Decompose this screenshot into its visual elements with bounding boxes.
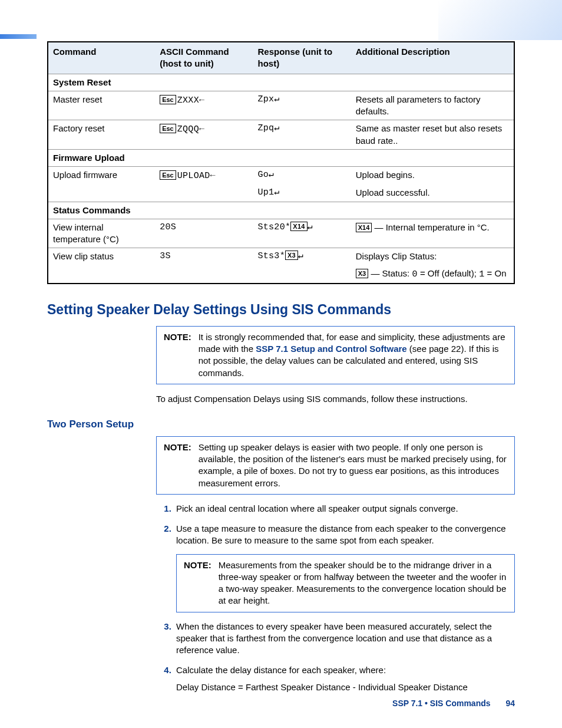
ascii-text: ZQQQ← bbox=[177, 124, 205, 134]
col-command: Command bbox=[48, 42, 155, 74]
cell-resp: Sts20*X14↵ bbox=[253, 219, 351, 248]
cell-cmd: Master reset bbox=[48, 91, 155, 120]
note-label: NOTE: bbox=[164, 442, 191, 489]
intro-text: To adjust Compensation Delays using SIS … bbox=[156, 393, 515, 405]
row-master-reset: Master reset EscZXXX← Zpx↵ Resets all pa… bbox=[48, 91, 514, 120]
subheading-two-person: Two Person Setup bbox=[47, 418, 515, 431]
esc-icon: Esc bbox=[160, 124, 176, 133]
cell-desc: Displays Clip Status: bbox=[351, 248, 514, 265]
table-header-row: Command ASCII Command (host to unit) Res… bbox=[48, 42, 514, 74]
xvar-badge: X14 bbox=[356, 223, 372, 232]
note-two-person: NOTE: Setting up speaker delays is easie… bbox=[156, 436, 515, 495]
section-label: System Reset bbox=[48, 74, 514, 91]
xvar-badge: X3 bbox=[285, 251, 298, 260]
xvar-badge: X14 bbox=[290, 222, 307, 231]
row-upload-firmware-2: Up1↵ Upload successful. bbox=[48, 185, 514, 202]
cell-cmd: Factory reset bbox=[48, 120, 155, 150]
page-content: Command ASCII Command (host to unit) Res… bbox=[0, 41, 562, 693]
corner-gradient bbox=[438, 0, 562, 40]
esc-icon: Esc bbox=[160, 95, 176, 104]
cell-resp: Sts3*X3↵ bbox=[253, 248, 351, 265]
row-view-clip-1: View clip status 3S Sts3*X3↵ Displays Cl… bbox=[48, 248, 514, 265]
note-body: It is strongly recommended that, for eas… bbox=[199, 331, 507, 379]
step-2: Use a tape measure to measure the distan… bbox=[174, 523, 515, 612]
cell-cmd: View clip status bbox=[48, 248, 155, 265]
col-ascii: ASCII Command (host to unit) bbox=[155, 42, 253, 74]
footer-title: SSP 7.1 • SIS Commands bbox=[392, 699, 490, 708]
heading-speaker-delay: Setting Speaker Delay Settings Using SIS… bbox=[47, 301, 515, 319]
cell-resp: Up1↵ bbox=[253, 185, 351, 202]
page-footer: SSP 7.1 • SIS Commands 94 bbox=[47, 698, 515, 709]
cell-resp: Zpq↵ bbox=[253, 120, 351, 150]
accent-bar bbox=[0, 34, 37, 39]
cell-desc: X14 — Internal temperature in °C. bbox=[351, 219, 514, 248]
link-setup-software[interactable]: SSP 7.1 Setup and Control Software bbox=[256, 344, 406, 354]
cell-ascii: 3S bbox=[155, 248, 253, 265]
note-measurement: NOTE: Measurements from the speaker shou… bbox=[176, 554, 515, 612]
section-status-commands: Status Commands bbox=[48, 202, 514, 219]
cell-cmd: Upload firmware bbox=[48, 167, 155, 185]
row-view-clip-2: X3 — Status: 0 = Off (default); 1 = On bbox=[48, 265, 514, 284]
cell-cmd bbox=[48, 265, 155, 284]
xvar-badge: X3 bbox=[356, 269, 368, 278]
cell-ascii bbox=[155, 185, 253, 202]
steps-list: Pick an ideal central location where all… bbox=[156, 503, 515, 693]
note-label: NOTE: bbox=[184, 559, 211, 607]
note-body: Setting up speaker delays is easier with… bbox=[199, 442, 507, 489]
cell-resp: Zpx↵ bbox=[253, 91, 351, 120]
cell-cmd: View internal temperature (°C) bbox=[48, 219, 155, 248]
cell-ascii bbox=[155, 265, 253, 284]
cell-desc: Upload begins. bbox=[351, 167, 514, 185]
cell-resp: Go↵ bbox=[253, 167, 351, 185]
step-1: Pick an ideal central location where all… bbox=[174, 503, 515, 515]
cell-desc: Same as master reset but also resets bau… bbox=[351, 120, 514, 150]
step-4: Calculate the delay distance for each sp… bbox=[174, 664, 515, 693]
step-3: When the distances to every speaker have… bbox=[174, 621, 515, 657]
cell-cmd bbox=[48, 185, 155, 202]
section-label: Status Commands bbox=[48, 202, 514, 219]
row-upload-firmware-1: Upload firmware EscUPLOAD← Go↵ Upload be… bbox=[48, 167, 514, 185]
cell-ascii: EscZQQQ← bbox=[155, 120, 253, 150]
delay-equation: Delay Distance = Farthest Speaker Distan… bbox=[176, 681, 515, 693]
ascii-text: UPLOAD← bbox=[177, 171, 216, 181]
cell-ascii: EscUPLOAD← bbox=[155, 167, 253, 185]
row-view-temp: View internal temperature (°C) 20S Sts20… bbox=[48, 219, 514, 248]
note-body: Measurements from the speaker should be … bbox=[219, 559, 507, 607]
esc-icon: Esc bbox=[160, 170, 176, 180]
command-table: Command ASCII Command (host to unit) Res… bbox=[47, 41, 515, 284]
row-factory-reset: Factory reset EscZQQQ← Zpq↵ Same as mast… bbox=[48, 120, 514, 150]
section-firmware-upload: Firmware Upload bbox=[48, 149, 514, 166]
cell-ascii: 20S bbox=[155, 219, 253, 248]
cell-ascii: EscZXXX← bbox=[155, 91, 253, 120]
cell-resp bbox=[253, 265, 351, 284]
cell-desc: Resets all parameters to factory default… bbox=[351, 91, 514, 120]
cell-desc: X3 — Status: 0 = Off (default); 1 = On bbox=[351, 265, 514, 284]
note-label: NOTE: bbox=[164, 331, 191, 379]
ascii-text: ZXXX← bbox=[177, 95, 205, 106]
col-response: Response (unit to host) bbox=[253, 42, 351, 74]
page-header-strip bbox=[0, 0, 562, 41]
section-label: Firmware Upload bbox=[48, 149, 514, 166]
cell-desc: Upload successful. bbox=[351, 185, 514, 202]
col-description: Additional Description bbox=[351, 42, 514, 74]
note-recommendation: NOTE: It is strongly recommended that, f… bbox=[156, 326, 515, 384]
footer-page: 94 bbox=[505, 699, 515, 708]
section-system-reset: System Reset bbox=[48, 74, 514, 91]
